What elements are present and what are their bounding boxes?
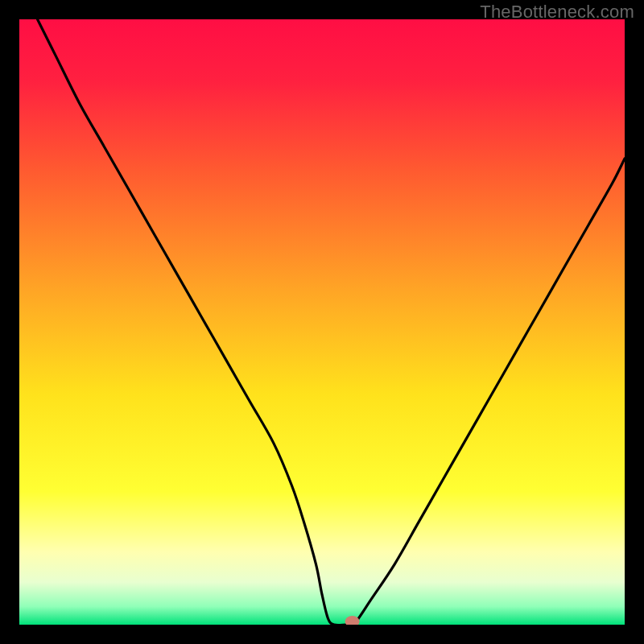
chart-svg [19,19,625,625]
chart-frame: TheBottleneck.com [0,0,644,644]
watermark-text: TheBottleneck.com [480,2,634,23]
plot-area [19,19,625,625]
